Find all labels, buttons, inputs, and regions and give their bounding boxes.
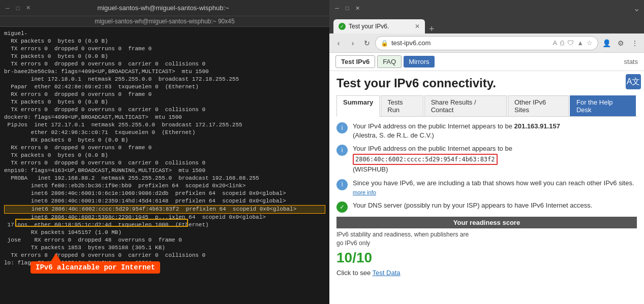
terminal-line: miguel- xyxy=(4,30,325,38)
more-info-link[interactable]: more info xyxy=(353,189,376,195)
browser-minimize-button[interactable]: ─ xyxy=(333,5,341,12)
terminal-panel: ─ □ ✕ miguel-santos-wh@miguel-santos-wis… xyxy=(0,0,329,304)
readiness-bar: Your readiness score xyxy=(336,217,637,228)
terminal-line: inet 127.0.0.1 netmask 255.0.0.0 xyxy=(4,267,325,275)
terminal-line: TX errors 0 dropped 0 overruns 0 carrier… xyxy=(4,60,325,68)
extensions-icon[interactable]: ⚙ xyxy=(615,37,627,49)
browser-close-button[interactable]: ✕ xyxy=(354,5,361,12)
tab-close-button[interactable]: ✕ xyxy=(415,23,420,30)
test-data-link[interactable]: Test Data xyxy=(373,269,401,277)
terminal-line: br-baee2be56c9a: flags=4099<UP,BROADCAST… xyxy=(4,68,325,76)
terminal-line: jose RX errors 0 dropped 48 overruns 0 f… xyxy=(4,237,325,244)
ipv6-sites-text: Since you have IPv6, we are including a … xyxy=(353,179,637,197)
page-title: Test your IPv6 connectivity. xyxy=(336,76,637,90)
new-tab-button[interactable]: + xyxy=(429,24,435,33)
terminal-line: RX errors 0 dropped 0 overruns 0 frame 0 xyxy=(4,91,325,98)
terminal-line: PipJos inet 172.17.0.1 netmask 255.255.0… xyxy=(4,121,325,129)
terminal-line: inet6 2806:40c:6002:cccc:5d29:954f:4b63:… xyxy=(4,205,325,214)
tab-bar: ✓ Test your IPv6. ✕ + xyxy=(329,16,644,33)
terminal-line: TX errors 0 dropped 0 overruns 0 carrier… xyxy=(4,106,325,114)
ipv4-text: Your IPv4 address on the public Internet… xyxy=(353,122,637,140)
back-button[interactable]: ‹ xyxy=(332,37,345,49)
ipv6-text: Your IPv6 address on the public Internet… xyxy=(353,144,637,174)
profile-icon[interactable]: 👤 xyxy=(600,37,612,49)
address-text: test-ipv6.com xyxy=(391,39,549,47)
terminal-titlebar: ─ □ ✕ miguel-santos-wh@miguel-santos-wis… xyxy=(0,0,329,16)
terminal-line: enp1s0: flags=4163<UP,BROADCAST,RUNNING,… xyxy=(4,167,325,175)
browser-maximize-button[interactable]: □ xyxy=(344,5,351,12)
active-tab[interactable]: ✓ Test your IPv6. ✕ xyxy=(333,19,425,33)
tab-other-sites[interactable]: Other IPv6 Sites xyxy=(508,95,569,116)
readiness-score: 10/10 xyxy=(336,250,637,266)
terminal-line: lo: flags=73<UP,LOOPBACK,RUNNING> mtu 65… xyxy=(4,259,325,267)
ipv6-address: 2806:40c:6002:cccc:5d29:954f:4b63:83f2 xyxy=(353,154,498,165)
tab-help-desk[interactable]: For the Help Desk xyxy=(570,95,636,116)
page-body: A文 Test your IPv6 connectivity. Summary … xyxy=(329,71,644,304)
result-dns: ✓ Your DNS server (possibly run by your … xyxy=(336,201,637,213)
reload-button[interactable]: ↻ xyxy=(361,37,373,49)
site-nav-stats[interactable]: stats xyxy=(624,58,638,65)
tab-title-text: Test your IPv6. xyxy=(349,23,412,30)
terminal-line: RX packets 1045157 (1.0 MB) xyxy=(4,229,325,237)
info-icon-sites: i xyxy=(336,179,348,190)
address-bar[interactable]: 🔒 test-ipv6.com A ⎙ 🛡 ▲ ☆ xyxy=(375,36,598,50)
terminal-line: RX errors 0 dropped 0 overruns 0 frame 0 xyxy=(4,144,325,152)
terminal-line: inet6 2806:40c:6002:5398c:2290:1945 p...… xyxy=(4,214,325,221)
bookmark-icon[interactable]: ☆ xyxy=(587,39,593,47)
terminal-line: TX packets 1853 bytes 305188 (305.1 KB) xyxy=(4,244,325,252)
browser-tab-extras: ⌄ xyxy=(633,4,640,13)
tab-share[interactable]: Share Results / Contact xyxy=(424,95,507,116)
translate-icon[interactable]: A文 xyxy=(626,74,641,89)
toolbar-right: 👤 ⚙ ⋮ xyxy=(600,37,641,49)
browser-content: Test IPv6 FAQ Mirrors stats A文 Test your… xyxy=(329,53,644,304)
brave-rewards-icon[interactable]: ▲ xyxy=(577,39,584,47)
info-icon-ipv4: i xyxy=(336,122,348,133)
tab-list-button[interactable]: ⌄ xyxy=(633,4,640,13)
tab-summary[interactable]: Summary xyxy=(336,95,380,117)
terminal-window-controls: ─ □ ✕ xyxy=(4,5,32,12)
menu-icon[interactable]: ⋮ xyxy=(629,37,641,49)
terminal-line: inet6 2806:40c:6001:0:2359:14hd:45d4:614… xyxy=(4,197,325,205)
terminal-line: RX packets 0 bytes 0 (0.0 B) xyxy=(4,38,325,45)
terminal-line: PROBA inet 192.168.88.2 netmask 255.255.… xyxy=(4,175,325,182)
translate-addr-icon[interactable]: A xyxy=(553,39,557,47)
check-icon-dns: ✓ xyxy=(336,201,348,213)
terminal-subtitle: miguel-santos-wh@miguel-santos-wisphub:~… xyxy=(0,16,329,27)
browser-toolbar: ‹ › ↻ 🔒 test-ipv6.com A ⎙ 🛡 ▲ ☆ 👤 ⚙ ⋮ xyxy=(329,33,644,53)
dns-text: Your DNS server (possibly run by your IS… xyxy=(353,201,637,210)
site-nav-test-ipv6[interactable]: Test IPv6 xyxy=(335,55,375,68)
tab-tests-run[interactable]: Tests Run xyxy=(381,95,423,116)
terminal-line: inet 172.18.0.1 netmask 255.255.0.0 broa… xyxy=(4,76,325,83)
terminal-line: docker0: flags=4099<UP,BROADCAST,MULTICA… xyxy=(4,114,325,121)
terminal-line: TX packets 0 bytes 0 (0.0 B) xyxy=(4,53,325,60)
terminal-line: TX packets 0 bytes 0 (0.0 B) xyxy=(4,152,325,159)
site-nav-mirrors[interactable]: Mirrors xyxy=(404,56,434,67)
terminal-body[interactable]: miguel- RX packets 0 bytes 0 (0.0 B) TX … xyxy=(0,27,329,304)
result-ipv4: i Your IPv4 address on the public Intern… xyxy=(336,122,637,140)
terminal-close-button[interactable]: ✕ xyxy=(24,5,32,12)
brave-shield-icon[interactable]: 🛡 xyxy=(567,39,574,47)
info-icon-ipv6: i xyxy=(336,145,348,156)
terminal-line: RX packets 0 bytes 0 (0.0 B) xyxy=(4,137,325,144)
forward-button[interactable]: › xyxy=(347,37,359,49)
terminal-line: 17-nos ether 60:18:95:1c:d2:4d txqueuele… xyxy=(4,221,325,229)
tab-favicon-icon: ✓ xyxy=(339,23,346,30)
browser-panel: ─ □ ✕ ⌄ ✓ Test your IPv6. ✕ + ‹ › ↻ 🔒 te… xyxy=(329,0,644,304)
address-bar-icons: A ⎙ 🛡 ▲ ☆ xyxy=(553,39,593,47)
site-nav-faq[interactable]: FAQ xyxy=(377,55,402,68)
test-data-label: Click to see xyxy=(336,269,371,277)
browser-titlebar: ─ □ ✕ ⌄ xyxy=(329,0,644,16)
readiness-description: IPv6 stability and readiness, when publi… xyxy=(336,230,637,248)
browser-window-controls: ─ □ ✕ xyxy=(333,5,361,12)
terminal-title: miguel-santos-wh@miguel-santos-wisphub:~ xyxy=(32,4,295,12)
terminal-line: ether 02:42:96:3c:c0:71 txqueuelen 0 (Et… xyxy=(4,129,325,137)
terminal-line: TX packets 0 bytes 0 (0.0 B) xyxy=(4,98,325,106)
terminal-line: inet6 fe80::eb2b:bc36:1f9e:bb9 prefixlen… xyxy=(4,182,325,190)
share-icon[interactable]: ⎙ xyxy=(560,39,564,47)
test-data-section: Click to see Test Data xyxy=(336,269,637,277)
terminal-line: Papar ether 02:42:8e:69:e2:83 txqueuelen… xyxy=(4,83,325,91)
security-icon: 🔒 xyxy=(381,40,388,47)
site-navigation: Test IPv6 FAQ Mirrors stats xyxy=(329,53,644,71)
terminal-minimize-button[interactable]: ─ xyxy=(4,5,11,12)
terminal-maximize-button[interactable]: □ xyxy=(14,5,21,12)
